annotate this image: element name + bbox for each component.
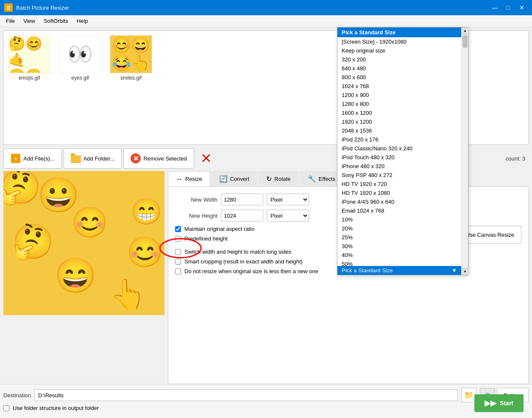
dropdown-item[interactable]: 1024 x 768 <box>337 82 461 91</box>
tab-resize[interactable]: ↔ Resize <box>168 171 210 186</box>
main-container: 🤔😊🤙😀😁🤞👆❤️✌️ emojis.gif 👀 eyes.gif 😊😄😂👆 s… <box>0 27 532 418</box>
remove-selected-button[interactable]: ✕ Remove Selected <box>123 148 194 169</box>
file-name: smiles.gif <box>120 75 142 81</box>
dropdown-item[interactable]: iPod Touch 480 x 320 <box>337 153 461 162</box>
dropdown-item[interactable]: 1200 x 900 <box>337 91 461 100</box>
remove-selected-label: Remove Selected <box>143 155 187 162</box>
dropdown-item[interactable]: 25% <box>337 233 461 242</box>
destination-label: Destination <box>3 392 31 399</box>
start-label: Start <box>500 400 513 407</box>
folder-structure-checkbox[interactable] <box>3 405 9 411</box>
dropdown-title: Pick a Standard Size <box>337 28 461 37</box>
dropdown-item[interactable]: 640 x 480 <box>337 64 461 73</box>
tab-rotate[interactable]: ↻ Rotate <box>258 171 298 186</box>
maintain-aspect-checkbox[interactable] <box>175 226 181 232</box>
dropdown-item[interactable]: 2048 x 1536 <box>337 126 461 135</box>
menu-help[interactable]: Help <box>73 16 92 26</box>
file-thumbnail: 👀 <box>59 35 101 73</box>
dropdown-bottom-selected[interactable]: Pick a Standard Size ▼ <box>337 266 461 275</box>
file-thumbnail: 😊😄😂👆 <box>110 35 152 73</box>
destination-input[interactable] <box>34 389 458 401</box>
x-icon: ✕ <box>201 150 212 166</box>
standard-size-dropdown[interactable]: Pick a Standard Size [Screen Size] - 192… <box>337 27 468 275</box>
add-files-icon: + <box>11 153 21 163</box>
dropdown-item[interactable]: 30% <box>337 242 461 251</box>
tab-effects-label: Effects <box>319 176 336 182</box>
add-files-label: Add File(s)... <box>23 155 55 162</box>
height-unit-select[interactable]: Pixel Percent Inch Cm <box>267 210 309 221</box>
canvas-btn-label: Use Canvas Resize <box>466 232 514 238</box>
remove-icon: ✕ <box>131 153 141 163</box>
switch-wh-label: Switch width and height to match long si… <box>184 249 291 255</box>
start-arrow-icon: ▶▶ <box>485 399 496 408</box>
dropdown-item[interactable]: 1600 x 1200 <box>337 108 461 117</box>
maximize-button[interactable]: □ <box>502 3 514 13</box>
width-input[interactable] <box>221 194 263 205</box>
width-unit-select[interactable]: Pixel Percent Inch Cm <box>267 194 309 205</box>
dropdown-list: [Screen Size] - 1920x1080Keep original s… <box>337 37 461 266</box>
predefined-height-label: Predefined height <box>184 235 228 242</box>
dropdown-item[interactable]: 1920 x 1200 <box>337 117 461 126</box>
add-folder-icon <box>71 153 81 163</box>
dropdown-item[interactable]: iPhone 480 x 320 <box>337 162 461 171</box>
preview-area: 🤔 😀 😊 🤔 😄 👆 😊 😁 <box>3 171 164 315</box>
effects-icon: 🔧 <box>308 175 316 183</box>
tab-resize-label: Resize <box>185 176 202 182</box>
resize-icon: ↔ <box>176 175 183 183</box>
folder-browse-icon: 📁 <box>464 390 474 400</box>
dropdown-item[interactable]: 800 x 600 <box>337 73 461 82</box>
title-bar: 🖼 Batch Picture Resizer — □ ✕ <box>0 0 532 15</box>
dropdown-item[interactable]: Sony PSP 480 x 272 <box>337 171 461 180</box>
smart-crop-checkbox[interactable] <box>175 259 181 265</box>
add-folder-label: Add Folder... <box>84 155 115 162</box>
dropdown-item[interactable]: [Screen Size] - 1920x1080 <box>337 37 461 46</box>
dropdown-item[interactable]: HD TV 1920 x 1080 <box>337 188 461 197</box>
height-input[interactable] <box>221 210 263 221</box>
file-thumbnail: 🤔😊🤙😀😁🤞👆❤️✌️ <box>8 35 50 73</box>
count-label: count: 3 <box>502 155 529 162</box>
start-button[interactable]: ▶▶ Start <box>474 394 524 412</box>
menu-view[interactable]: View <box>20 16 39 26</box>
list-item[interactable]: 🤔😊🤙😀😁🤞👆❤️✌️ emojis.gif <box>8 35 50 81</box>
dropdown-item[interactable]: Keep original size <box>337 46 461 55</box>
dropdown-item[interactable]: HD TV 1920 x 720 <box>337 180 461 188</box>
dropdown-item[interactable]: 40% <box>337 251 461 260</box>
close-button[interactable]: ✕ <box>516 3 528 13</box>
destination-row: Destination 📁 ⚙️ Options <box>3 388 529 402</box>
scroll-up-arrow[interactable]: ▲ <box>462 28 468 34</box>
dropdown-item[interactable]: iPod 220 x 176 <box>337 135 461 144</box>
dropdown-item[interactable]: Email 1024 x 768 <box>337 206 461 215</box>
app-title: Batch Picture Resizer <box>16 5 69 11</box>
folder-structure-label: Use folder structure in output folder <box>13 405 99 411</box>
no-upscale-label: Do not resize when original size is less… <box>184 268 318 274</box>
bottom-area: Destination 📁 ⚙️ Options Use folder stru… <box>0 384 532 418</box>
list-item[interactable]: 👀 eyes.gif <box>59 35 101 81</box>
tab-convert[interactable]: 🔄 Convert <box>211 171 258 186</box>
dropdown-arrow-icon: ▼ <box>451 267 457 274</box>
dropdown-item[interactable]: 10% <box>337 215 461 224</box>
dropdown-item[interactable]: 1280 x 800 <box>337 100 461 108</box>
list-item[interactable]: 😊😄😂👆 smiles.gif <box>110 35 152 81</box>
no-upscale-checkbox[interactable] <box>175 269 181 274</box>
dropdown-item[interactable]: 50% <box>337 260 461 266</box>
scroll-down-arrow[interactable]: ▼ <box>462 268 468 275</box>
add-files-button[interactable]: + Add File(s)... <box>3 148 62 169</box>
dropdown-item[interactable]: iPod Classic/Nano 320 x 240 <box>337 144 461 153</box>
tab-rotate-label: Rotate <box>274 176 290 182</box>
convert-icon: 🔄 <box>219 175 228 183</box>
predefined-height-checkbox[interactable] <box>175 236 181 242</box>
minimize-button[interactable]: — <box>489 3 501 13</box>
height-label: New Height <box>175 213 217 219</box>
delete-button[interactable]: ✕ <box>196 148 216 169</box>
add-folder-button[interactable]: Add Folder... <box>64 148 122 169</box>
rotate-icon: ↻ <box>266 175 272 183</box>
menu-softorbits[interactable]: SoftOrbits <box>40 16 72 26</box>
dropdown-item[interactable]: iPone 4/4S 960 x 640 <box>337 197 461 206</box>
dropdown-item[interactable]: 20% <box>337 224 461 233</box>
dropdown-scrollbar[interactable]: ▲ ▼ <box>461 28 468 275</box>
menu-file[interactable]: File <box>3 16 18 26</box>
dropdown-item[interactable]: 320 x 200 <box>337 55 461 64</box>
file-name: eyes.gif <box>71 75 89 81</box>
switch-wh-checkbox[interactable] <box>175 249 181 255</box>
scrollbar-thumb[interactable] <box>462 35 468 48</box>
